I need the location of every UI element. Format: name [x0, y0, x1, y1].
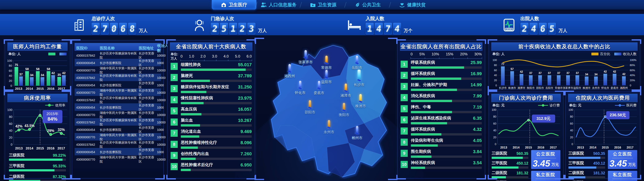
- axis-tick: [192, 60, 193, 61]
- svg-text:0: 0: [11, 143, 12, 146]
- map-marker-常德市[interactable]: 常德市: [321, 56, 332, 70]
- ranked-list-item: 3糖尿病伴短期与长期并发症31.250: [170, 84, 252, 93]
- marker-base-icon: [358, 100, 363, 103]
- table-row: 43000000770湖南中医药大学第一附属医院长沙市芙蓉区10000: [74, 66, 161, 74]
- disease-name: 泌尿生殖系统感染疾病: [411, 116, 451, 121]
- card-value: 3.45万元: [533, 159, 559, 168]
- axis-scale: 01.02.03.04.05.06.0: [180, 54, 252, 61]
- panel-title: 住院病人次均医药费用: [568, 94, 638, 102]
- tab-公共卫生[interactable]: 公共卫生: [346, 0, 390, 10]
- map-marker-郴州市[interactable]: 郴州市: [352, 126, 362, 140]
- ranked-list-item: 5摔伤、中毒7.19: [401, 104, 482, 113]
- map-marker-永州市[interactable]: 永州市: [324, 120, 334, 134]
- ranked-list-item: 8传染病和寄生虫病4.05: [401, 138, 482, 147]
- table-cell: 长沙市芙蓉区: [139, 103, 157, 112]
- marker-pillar-icon: [345, 84, 347, 91]
- unit-label: 单位: 元: [569, 103, 581, 108]
- map-marker-株洲市[interactable]: 株洲市: [355, 94, 366, 108]
- svg-text:34: 34: [585, 73, 588, 76]
- axis-tick: [252, 60, 252, 61]
- panel-title: 医师人均日均工作量: [8, 42, 68, 51]
- card-amount: 3.45: [610, 180, 627, 181]
- svg-text:60: 60: [570, 122, 573, 125]
- progress-track: [411, 122, 482, 124]
- map-marker-岳阳市[interactable]: 岳阳市: [352, 56, 362, 70]
- ranked-list-item: 6泌尿生殖系统感染疾病6.35: [401, 116, 482, 124]
- dashboard-root: 卫生医疗人口信息服务卫生资源公共卫生健康扶贫 总诊疗人次27068万人门急诊人次…: [0, 0, 644, 181]
- svg-text:2014: 2014: [26, 146, 34, 150]
- axis-tick: [439, 58, 439, 59]
- digit-tile: 6: [539, 23, 547, 34]
- progress-track: [181, 113, 252, 116]
- ranked-list-item: 1呼吸系统疾病25.99: [401, 60, 482, 69]
- hospital-level-label: 三甲医院: [9, 163, 24, 168]
- svg-text:100: 100: [492, 108, 496, 112]
- table-cell: 长沙市芙蓉区: [139, 74, 157, 82]
- list-item-top: 三级医院560.35: [568, 151, 605, 156]
- axis-tick: [216, 60, 216, 61]
- svg-text:2017: 2017: [58, 146, 65, 150]
- map-marker-怀化市[interactable]: 怀化市: [295, 81, 306, 95]
- bed-icon: [347, 18, 362, 32]
- map-marker-长沙市[interactable]: 长沙市: [354, 70, 364, 87]
- svg-text:2014: 2014: [513, 146, 520, 149]
- svg-text:37: 37: [576, 72, 579, 74]
- card-私立医院: 私立医院3.45万元: [531, 171, 560, 181]
- marker-pillar-icon: [304, 50, 307, 58]
- svg-text:0: 0: [572, 143, 573, 146]
- tab-健康扶贫[interactable]: 健康扶贫: [390, 0, 435, 10]
- table-cell: 长沙百灵中医糖尿病专科医院: [100, 96, 139, 104]
- svg-text:60: 60: [493, 122, 496, 125]
- axis-tick-label: 20%: [460, 52, 468, 56]
- stat-出院人数: 出院人数2465万人: [502, 16, 567, 34]
- marker-pillar-icon: [325, 56, 328, 63]
- svg-text:34: 34: [594, 73, 598, 76]
- disease-name: 细菌性肺炎: [181, 62, 201, 67]
- svg-text:80: 80: [493, 115, 496, 118]
- disease-value: 16.99: [470, 71, 482, 76]
- axis-row: 单位: 万人 01.02.03.04.05.06.0: [170, 52, 252, 61]
- province-map: 张家界市常德市岳阳市湘西州益阳市长沙市怀化市娄底市湘潭市株洲市邵阳市衡阳市永州市…: [256, 39, 396, 179]
- hospital-level-label: 二级医院: [568, 170, 584, 175]
- outpatient-bottom: 三级医院560.35三甲医院450.12二级医院181.32一级医院206.53…: [492, 150, 560, 181]
- stat-入院人数: 入院人数1474万个: [347, 16, 412, 34]
- tab-人口信息服务[interactable]: 人口信息服务: [256, 0, 301, 10]
- disease-name: 脑梗死: [181, 73, 193, 78]
- tab-卫生资源[interactable]: 卫生资源: [301, 0, 346, 10]
- svg-text:58: 58: [36, 67, 40, 71]
- ranked-list-item: 10神经系统疾病3.54: [401, 160, 482, 169]
- digit-tile: 4: [393, 23, 401, 34]
- table-cell: 长沙市芙蓉区: [139, 59, 157, 67]
- digit-tile: 5: [548, 23, 556, 34]
- hospital-icon: [221, 2, 226, 8]
- disease-name: 传染病和寄生虫病: [411, 138, 443, 143]
- table-row: 43000000454长沙市按摩医院长沙市芙蓉区1000: [74, 81, 161, 88]
- table-row: 43000000770湖南中医药大学第一附属医院长沙市芙蓉区10000: [74, 133, 161, 140]
- table-cell: 湖南中医药大学第一附属医院: [100, 111, 139, 119]
- svg-text:100: 100: [7, 108, 12, 112]
- tab-卫生医疗[interactable]: 卫生医疗: [212, 0, 256, 10]
- disease-value: 25.99: [470, 60, 482, 65]
- card-title: 私立医院: [536, 172, 555, 178]
- stat-unit: 万人: [139, 28, 148, 34]
- axis-tick-label: 0: [180, 54, 182, 58]
- table-cell: 湖南中医药大学第一附属医院: [100, 66, 139, 74]
- map-marker-娄底市[interactable]: 娄底市: [314, 81, 324, 95]
- panel-inpatient-fee: 住院病人次均医药费用 单位: 元 医药费 1008060402002013201…: [565, 92, 640, 178]
- table-cell: 长沙市芙蓉区: [139, 88, 157, 97]
- ranked-list-item: 10恶性肿瘤术后化疗6.950: [170, 162, 252, 171]
- map-marker-湘潭市[interactable]: 湘潭市: [340, 84, 351, 98]
- map-marker-邵阳市[interactable]: 邵阳市: [305, 100, 315, 115]
- marker-pillar-icon: [328, 120, 330, 128]
- table-cell: 43000000770: [76, 69, 100, 72]
- map-marker-张家界市[interactable]: 张家界市: [298, 50, 313, 64]
- list-item: 三甲医院450.12: [568, 160, 605, 168]
- svg-text:2015: 2015: [36, 87, 44, 90]
- map-marker-湘西州[interactable]: 湘西州: [284, 64, 295, 78]
- digit-tile: 4: [530, 23, 538, 34]
- stat-content: 门急诊人次25123万人: [211, 16, 267, 34]
- folder-icon: [310, 2, 316, 7]
- table-cell: 43000000770: [76, 91, 100, 94]
- map-marker-衡阳市[interactable]: 衡阳市: [339, 103, 350, 117]
- fee-list: 三级医院560.35三甲医院450.12二级医院181.32一级医院206.53: [492, 150, 528, 181]
